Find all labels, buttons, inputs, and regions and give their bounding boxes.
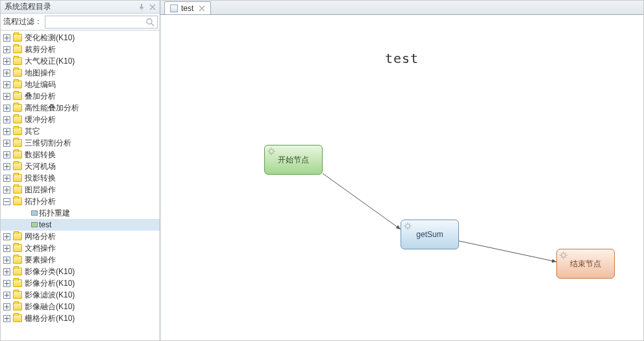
tree-folder[interactable]: 要素操作 bbox=[1, 254, 160, 266]
folder-icon bbox=[13, 139, 22, 147]
tree-folder[interactable]: 拓扑分析 bbox=[1, 196, 160, 207]
svg-point-21 bbox=[562, 253, 565, 257]
tree-item-label: test bbox=[39, 220, 51, 229]
expand-toggle[interactable] bbox=[3, 128, 10, 135]
flow-canvas[interactable]: test 开始节点 getSum 结束节点 bbox=[160, 15, 643, 340]
expand-toggle[interactable] bbox=[3, 198, 10, 205]
folder-icon bbox=[13, 151, 22, 158]
expand-toggle[interactable] bbox=[3, 175, 10, 182]
tree-folder[interactable]: 缓冲分析 bbox=[1, 114, 160, 125]
tree-folder[interactable]: 栅格分析(K10) bbox=[1, 312, 160, 324]
svg-line-2 bbox=[459, 241, 556, 262]
tree-folder[interactable]: 影像滤波(K10) bbox=[1, 289, 160, 301]
tree-folder[interactable]: 网络分析 bbox=[1, 231, 160, 242]
expand-toggle[interactable] bbox=[3, 151, 10, 158]
tree-folder[interactable]: 图层操作 bbox=[1, 184, 160, 196]
flow-node-label: getSum bbox=[416, 230, 443, 239]
expand-toggle[interactable] bbox=[3, 34, 10, 42]
flow-node-label: 开始节点 bbox=[278, 155, 309, 166]
tree-item-label: 影像融合(K10) bbox=[25, 301, 75, 312]
folder-icon bbox=[13, 104, 22, 112]
expand-toggle[interactable] bbox=[3, 303, 10, 310]
tree-item-label: 图层操作 bbox=[25, 184, 56, 196]
tree-folder[interactable]: 文档操作 bbox=[1, 242, 160, 254]
expand-toggle[interactable] bbox=[3, 81, 10, 88]
expand-toggle[interactable] bbox=[3, 116, 10, 123]
filter-input[interactable] bbox=[48, 18, 145, 27]
gear-icon bbox=[404, 222, 412, 230]
tree-item-label: 要素操作 bbox=[25, 255, 56, 266]
expand-toggle[interactable] bbox=[3, 257, 10, 264]
tree-folder[interactable]: 裁剪分析 bbox=[1, 44, 160, 55]
tree-folder[interactable]: 天河机场 bbox=[1, 160, 160, 172]
tree[interactable]: 变化检测(K10)裁剪分析大气校正(K10)地图操作地址编码叠加分析高性能叠加分… bbox=[1, 31, 160, 340]
tree-item-label: 缓冲分析 bbox=[25, 114, 56, 125]
expand-toggle[interactable] bbox=[3, 233, 10, 240]
close-icon[interactable] bbox=[149, 4, 156, 10]
sidebar-title: 系统流程目录 bbox=[5, 1, 138, 12]
tree-folder[interactable]: 数据转换 bbox=[1, 149, 160, 160]
svg-line-20 bbox=[405, 228, 406, 229]
flow-node-start[interactable]: 开始节点 bbox=[264, 145, 323, 175]
folder-icon bbox=[13, 69, 22, 77]
gear-icon bbox=[267, 147, 275, 155]
pin-icon[interactable] bbox=[138, 3, 145, 11]
folder-icon bbox=[13, 244, 22, 252]
folder-icon bbox=[13, 45, 22, 53]
tab-test[interactable]: test bbox=[164, 1, 211, 14]
svg-line-17 bbox=[405, 223, 406, 224]
tree-folder[interactable]: 影像分类(K10) bbox=[1, 266, 160, 277]
svg-line-28 bbox=[565, 253, 566, 253]
tree-item-label: 高性能叠加分析 bbox=[25, 103, 79, 114]
tree-item-label: 投影转换 bbox=[25, 173, 56, 184]
tree-item-label: 影像分析(K10) bbox=[25, 278, 75, 289]
folder-icon bbox=[13, 291, 22, 299]
sidebar-title-bar: 系统流程目录 bbox=[1, 1, 160, 14]
expand-toggle[interactable] bbox=[3, 280, 10, 287]
tree-item-label: 地图操作 bbox=[25, 68, 56, 79]
leaf-icon bbox=[30, 209, 39, 217]
expand-toggle[interactable] bbox=[3, 105, 10, 112]
tree-folder[interactable]: 影像融合(K10) bbox=[1, 301, 160, 312]
filter-label: 流程过滤： bbox=[3, 16, 42, 27]
svg-point-0 bbox=[147, 19, 152, 24]
expand-toggle[interactable] bbox=[3, 163, 10, 170]
expand-toggle[interactable] bbox=[3, 186, 10, 194]
tree-item-label: 天河机场 bbox=[25, 161, 56, 172]
tree-folder[interactable]: 投影转换 bbox=[1, 172, 160, 184]
expand-toggle[interactable] bbox=[3, 58, 10, 65]
tab-doc-icon bbox=[170, 5, 178, 12]
tab-label: test bbox=[181, 4, 193, 13]
tree-item-label: 拓扑重建 bbox=[39, 208, 70, 219]
expand-toggle[interactable] bbox=[3, 315, 10, 322]
expand-toggle[interactable] bbox=[3, 46, 10, 53]
flow-node-end[interactable]: 结束节点 bbox=[556, 249, 615, 279]
expand-toggle[interactable] bbox=[3, 268, 10, 275]
tree-leaf[interactable]: test bbox=[1, 219, 160, 231]
expand-toggle[interactable] bbox=[3, 140, 10, 147]
folder-icon bbox=[13, 256, 22, 264]
expand-toggle[interactable] bbox=[3, 93, 10, 100]
tree-folder[interactable]: 大气校正(K10) bbox=[1, 55, 160, 67]
tab-close-icon[interactable] bbox=[199, 5, 205, 12]
tree-folder[interactable]: 影像分析(K10) bbox=[1, 277, 160, 289]
expand-toggle[interactable] bbox=[3, 69, 10, 77]
svg-line-19 bbox=[410, 223, 410, 224]
tree-folder[interactable]: 叠加分析 bbox=[1, 90, 160, 102]
folder-icon bbox=[13, 233, 22, 240]
expand-toggle[interactable] bbox=[3, 292, 10, 299]
app-root: 系统流程目录 流程过滤： 变化检测(K10)裁剪分析大气校正(K10)地图操作地… bbox=[0, 0, 644, 341]
tree-leaf[interactable]: 拓扑重建 bbox=[1, 207, 160, 219]
tree-folder[interactable]: 地图操作 bbox=[1, 67, 160, 79]
folder-icon bbox=[13, 57, 22, 65]
flow-node-mid[interactable]: getSum bbox=[401, 220, 459, 249]
search-icon[interactable] bbox=[145, 18, 155, 27]
tree-folder[interactable]: 其它 bbox=[1, 125, 160, 137]
tree-folder[interactable]: 高性能叠加分析 bbox=[1, 102, 160, 114]
expand-toggle[interactable] bbox=[3, 245, 10, 252]
tree-folder[interactable]: 变化检测(K10) bbox=[1, 32, 160, 44]
tree-item-label: 拓扑分析 bbox=[25, 196, 56, 207]
tree-folder[interactable]: 地址编码 bbox=[1, 79, 160, 90]
tree-folder[interactable]: 三维切割分析 bbox=[1, 137, 160, 149]
flow-title: test bbox=[160, 51, 643, 66]
